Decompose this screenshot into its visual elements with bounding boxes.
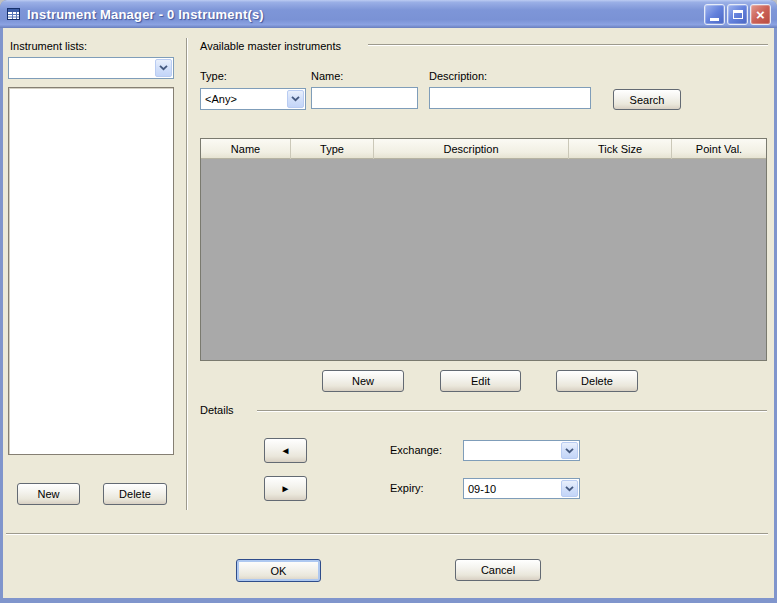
description-input[interactable] <box>429 87 591 109</box>
column-header-name[interactable]: Name <box>201 139 291 159</box>
chevron-down-icon <box>565 486 574 492</box>
description-label: Description: <box>429 70 487 82</box>
column-header-point-val[interactable]: Point Val. <box>672 139 766 159</box>
titlebar[interactable]: Instrument Manager - 0 Instrument(s) × <box>0 0 777 28</box>
expiry-combobox-value: 09-10 <box>464 483 560 495</box>
move-right-button[interactable]: ► <box>264 476 307 501</box>
exchange-label: Exchange: <box>390 444 442 456</box>
maximize-button[interactable] <box>727 4 748 25</box>
name-label: Name: <box>311 70 343 82</box>
instruments-table-header: Name Type Description Tick Size Point Va… <box>201 139 766 159</box>
panel-divider <box>186 38 188 510</box>
dialog-body: Instrument lists: New Delete Available m… <box>3 28 774 598</box>
master-group-label: Available master instruments <box>200 40 341 52</box>
type-label: Type: <box>200 70 227 82</box>
cancel-button[interactable]: Cancel <box>455 559 541 581</box>
window-title: Instrument Manager - 0 Instrument(s) <box>27 7 264 22</box>
chevron-down-icon <box>159 65 168 71</box>
move-left-button[interactable]: ◄ <box>264 438 307 463</box>
close-button[interactable]: × <box>750 4 771 25</box>
list-new-button[interactable]: New <box>17 483 80 505</box>
arrow-right-icon: ► <box>281 483 291 494</box>
master-group-line <box>368 44 768 46</box>
instrument-delete-button[interactable]: Delete <box>556 370 638 392</box>
window-controls: × <box>704 4 771 25</box>
chevron-down-icon <box>565 448 574 454</box>
expiry-combobox-dropdown-button[interactable] <box>561 480 578 497</box>
instrument-list-listbox[interactable] <box>8 87 174 455</box>
name-input[interactable] <box>311 87 418 109</box>
arrow-left-icon: ◄ <box>281 445 291 456</box>
instrument-lists-label: Instrument lists: <box>10 40 87 52</box>
instrument-lists-combobox-dropdown-button[interactable] <box>155 59 172 77</box>
column-header-description[interactable]: Description <box>374 139 569 159</box>
close-icon: × <box>756 7 765 22</box>
instrument-manager-window: Instrument Manager - 0 Instrument(s) × I… <box>0 0 777 603</box>
instrument-new-button[interactable]: New <box>322 370 404 392</box>
details-group-label: Details <box>200 404 234 416</box>
exchange-combobox-dropdown-button[interactable] <box>561 442 578 459</box>
app-icon <box>6 6 22 22</box>
expiry-combobox[interactable]: 09-10 <box>463 478 580 499</box>
type-combobox-value: <Any> <box>201 93 286 105</box>
type-combobox[interactable]: <Any> <box>200 88 306 110</box>
column-header-tick-size[interactable]: Tick Size <box>569 139 672 159</box>
type-combobox-dropdown-button[interactable] <box>287 90 304 108</box>
instruments-table: Name Type Description Tick Size Point Va… <box>200 138 767 361</box>
search-button[interactable]: Search <box>613 89 681 110</box>
column-header-type[interactable]: Type <box>291 139 374 159</box>
expiry-label: Expiry: <box>390 482 424 494</box>
ok-button[interactable]: OK <box>236 559 321 582</box>
minimize-icon <box>710 18 719 21</box>
instruments-table-body[interactable] <box>201 159 766 360</box>
details-group-line <box>257 410 767 412</box>
list-delete-button[interactable]: Delete <box>103 483 167 505</box>
instrument-edit-button[interactable]: Edit <box>440 370 521 392</box>
instrument-lists-combobox[interactable] <box>8 57 174 79</box>
maximize-icon <box>733 10 743 19</box>
chevron-down-icon <box>291 96 300 102</box>
exchange-combobox[interactable] <box>463 440 580 461</box>
minimize-button[interactable] <box>704 4 725 25</box>
footer-divider <box>6 533 768 535</box>
